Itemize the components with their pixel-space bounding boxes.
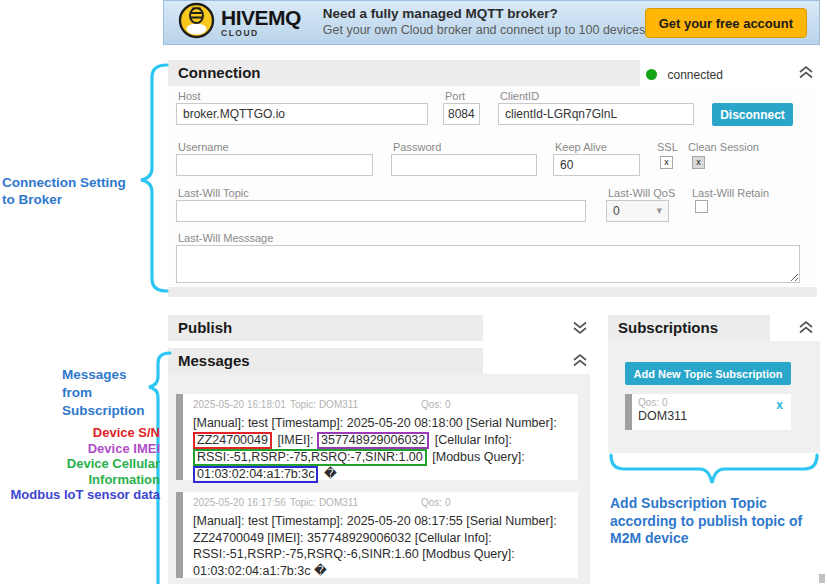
message-timestamp: 2025-05-20 16:18:01 <box>193 399 286 410</box>
hivemq-ad-banner: HIVEMQ CLOUD Need a fully managed MQTT b… <box>163 0 820 45</box>
last-will-topic-label: Last-Will Topic <box>178 187 249 199</box>
annotation-device-cellular: Device Cellular Information <box>0 456 160 487</box>
annotation-add-subscription-topic: Add Subscription Topic according to publ… <box>610 495 826 548</box>
annotation-device-legend: Device S/N Device IMEI Device Cellular I… <box>0 425 160 503</box>
device-serial-highlight: ZZ24700049 <box>193 432 272 449</box>
scrollbar-corner <box>819 574 825 583</box>
message-text: [Manual]: test [Timestamp]: 2025-05-20 0… <box>193 513 570 579</box>
last-will-retain-label: Last-Will Retain <box>692 187 769 199</box>
message-qos: Qos: 0 <box>421 497 450 508</box>
connection-footer-bar <box>168 287 817 297</box>
clean-session-label: Clean Session <box>688 141 759 153</box>
cellular-info-highlight: RSSI:-51,RSRP:-75,RSRQ:-7,SINR:1.00 <box>193 449 427 466</box>
logo-subtitle: CLOUD <box>221 29 301 38</box>
publish-title: Publish <box>178 319 232 336</box>
subscription-item: Qos: 0 DOM311 x <box>625 394 791 430</box>
banner-subheadline: Get your own Cloud broker and connect up… <box>323 23 692 39</box>
checkbox-checked-icon: x <box>664 157 669 167</box>
connection-header: Connection connected <box>168 60 817 86</box>
annotation-brace-connection <box>136 62 170 294</box>
messages-list: 2025-05-20 16:18:01 Topic: DOM311 Qos: 0… <box>168 374 590 584</box>
connection-collapse-icon[interactable] <box>798 65 814 80</box>
port-label: Port <box>445 90 465 102</box>
publish-header: Publish <box>168 315 590 341</box>
subscriptions-collapse-icon[interactable] <box>798 320 814 335</box>
logo-title: HIVEMQ <box>221 7 301 28</box>
connection-form: Host Port ClientID Disconnect Username P… <box>168 86 817 287</box>
messages-header: Messages <box>168 348 590 374</box>
last-will-qos-label: Last-Will QoS <box>608 187 675 199</box>
clientid-input[interactable] <box>498 103 694 125</box>
message-topic: Topic: DOM311 <box>290 497 358 508</box>
message-topic: Topic: DOM311 <box>290 399 358 410</box>
ssl-label: SSL <box>657 141 678 153</box>
chevron-down-icon: ▾ <box>656 204 662 217</box>
host-label: Host <box>178 90 201 102</box>
modbus-data-highlight: 01:03:02:04:a1:7b:3c <box>193 466 318 483</box>
last-will-topic-input[interactable] <box>176 200 586 222</box>
get-free-account-button[interactable]: Get your free account <box>645 8 807 38</box>
connected-status-label: connected <box>667 68 722 82</box>
messages-title: Messages <box>178 352 250 369</box>
annotation-device-imei: Device IMEI <box>0 441 160 457</box>
subscriptions-panel: Add New Topic Subscription Qos: 0 DOM311… <box>608 341 820 453</box>
last-will-retain-checkbox[interactable] <box>695 200 708 213</box>
device-imei-highlight: 357748929006032 <box>317 432 429 449</box>
username-label: Username <box>178 141 229 153</box>
disconnect-button[interactable]: Disconnect <box>712 103 793 126</box>
subscriptions-header: Subscriptions <box>608 315 820 341</box>
clean-session-checkbox[interactable]: x <box>692 156 705 169</box>
message-timestamp: 2025-05-20 16:17:56 <box>193 497 286 508</box>
subscription-qos: Qos: 0 <box>638 397 785 408</box>
password-input[interactable] <box>391 154 537 176</box>
messages-collapse-icon[interactable] <box>572 353 588 368</box>
keep-alive-label: Keep Alive <box>555 141 607 153</box>
message-qos: Qos: 0 <box>421 399 450 410</box>
message-text: [Cellular Info]: <box>435 433 512 447</box>
remove-subscription-icon[interactable]: x <box>776 398 783 412</box>
keep-alive-input[interactable] <box>553 154 640 176</box>
message-card: 2025-05-20 16:17:56 Topic: DOM311 Qos: 0… <box>176 492 578 578</box>
message-text: [IMEI]: <box>277 433 313 447</box>
message-text: [Modbus Query]: <box>432 450 524 464</box>
message-text: [Manual]: test [Timestamp]: 2025-05-20 0… <box>193 416 557 430</box>
annotation-device-sn: Device S/N <box>0 425 160 441</box>
subscriptions-title: Subscriptions <box>618 319 718 336</box>
last-will-qos-value: 0 <box>613 204 620 218</box>
connection-status: connected <box>646 65 723 83</box>
clientid-label: ClientID <box>500 90 539 102</box>
annotation-modbus-data: Modbus IoT sensor data <box>0 487 160 503</box>
message-card: 2025-05-20 16:18:01 Topic: DOM311 Qos: 0… <box>176 394 578 480</box>
password-label: Password <box>393 141 441 153</box>
hivemq-bee-icon <box>178 2 215 43</box>
connected-status-dot-icon <box>646 69 657 80</box>
screenshot-root: HIVEMQ CLOUD Need a fully managed MQTT b… <box>0 0 827 584</box>
last-will-qos-select[interactable]: 0 ▾ <box>606 200 669 222</box>
last-will-message-label: Last-Will Messsage <box>178 232 273 244</box>
checkbox-checked-icon: x <box>696 157 701 167</box>
banner-headline: Need a fully managed MQTT broker? <box>323 6 692 23</box>
host-input[interactable] <box>176 103 428 125</box>
port-input[interactable] <box>443 103 480 125</box>
username-input[interactable] <box>176 154 373 176</box>
ssl-checkbox[interactable]: x <box>660 156 673 169</box>
subscription-topic: DOM311 <box>638 409 785 423</box>
annotation-brace-subscription <box>608 452 820 492</box>
message-text: � <box>324 467 337 481</box>
publish-expand-icon[interactable] <box>572 320 588 335</box>
hivemq-logo[interactable]: HIVEMQ CLOUD <box>178 2 301 43</box>
last-will-message-textarea[interactable] <box>176 245 800 283</box>
connection-title: Connection <box>178 64 261 81</box>
add-subscription-button[interactable]: Add New Topic Subscription <box>625 362 791 385</box>
